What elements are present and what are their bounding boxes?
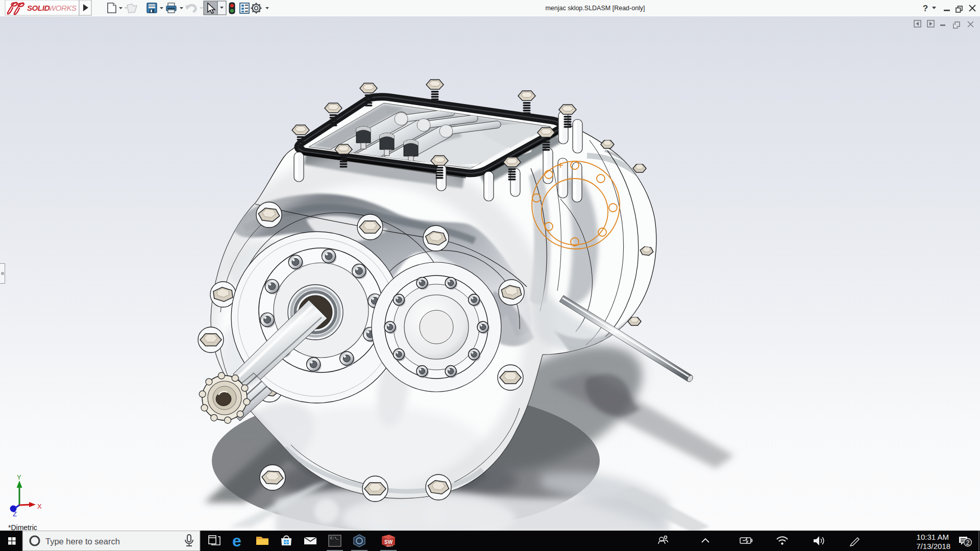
- svg-text:menjac sklop.SLDASM [Read-only: menjac sklop.SLDASM [Read-only]: [545, 5, 645, 12]
- svg-text:WORKS: WORKS: [48, 4, 77, 12]
- svg-text:2: 2: [966, 539, 970, 546]
- svg-text:Type here to search: Type here to search: [45, 537, 120, 546]
- svg-text:SOLID: SOLID: [27, 4, 50, 12]
- svg-text:X: X: [37, 503, 42, 510]
- svg-text:Y: Y: [17, 473, 21, 481]
- svg-text:?: ?: [923, 4, 928, 13]
- svg-text:2017: 2017: [386, 544, 394, 547]
- svg-text:Z: Z: [13, 510, 17, 518]
- svg-text:7/13/2018: 7/13/2018: [916, 542, 950, 550]
- svg-text:e: e: [232, 532, 241, 550]
- svg-text:C:\_: C:\_: [330, 536, 339, 540]
- svg-text:10:31 AM: 10:31 AM: [917, 533, 949, 541]
